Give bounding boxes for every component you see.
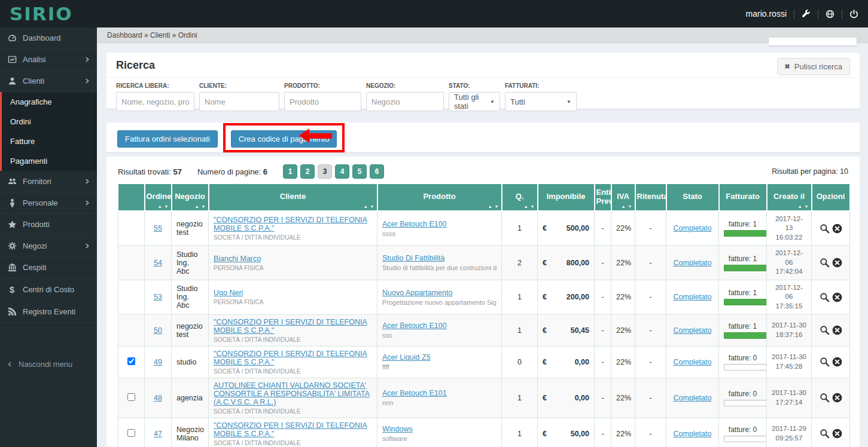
wrench-icon[interactable] — [802, 10, 811, 19]
row-checkbox[interactable] — [127, 393, 135, 401]
stato-select[interactable]: Tutti gli stati▼ — [449, 92, 500, 111]
client-link[interactable]: "CONSORZIO PER I SERVIZI DI TELEFONIA MO… — [214, 318, 367, 335]
sort-arrows-icon[interactable]: ▲ ▼ — [798, 204, 809, 209]
order-link[interactable]: 48 — [154, 394, 162, 402]
status-link[interactable]: Completato — [674, 394, 712, 402]
quantity: 1 — [502, 211, 538, 246]
sidebar-item-dashboard[interactable]: Dashboard — [0, 27, 97, 49]
delete-order-icon[interactable] — [832, 258, 842, 268]
delete-order-icon[interactable] — [832, 223, 842, 234]
view-order-icon[interactable] — [820, 325, 830, 335]
product-link[interactable]: Nuovo Appartamento — [382, 289, 452, 297]
col-header-negozio[interactable]: Negozio▲ ▼ — [172, 184, 209, 211]
sort-arrows-icon[interactable]: ▲ ▼ — [195, 204, 206, 209]
sidebar-item-negozi[interactable]: Negozi — [0, 235, 97, 257]
row-checkbox[interactable] — [127, 429, 135, 437]
page-button-4[interactable]: 4 — [335, 164, 349, 179]
status-link[interactable]: Completato — [674, 224, 712, 232]
created-at: 2017-11-3017:45:28 — [767, 346, 812, 378]
product-link[interactable]: Acer Liquid Z5 — [382, 353, 431, 362]
col-header-prodotto[interactable]: Prodotto▲ ▼ — [377, 184, 502, 211]
prodotto-input[interactable] — [284, 92, 361, 111]
field-label: FATTURATI: — [505, 82, 577, 89]
sort-arrows-icon[interactable]: ▲ ▼ — [488, 204, 500, 209]
status-link[interactable]: Completato — [674, 430, 712, 438]
client-link[interactable]: AUTOLINEE CHIANTI VALDARNO SOCIETA' CONS… — [214, 381, 370, 406]
client-link[interactable]: Bianchi Marco — [214, 255, 261, 263]
product-link[interactable]: Acer Betouch E101 — [382, 389, 447, 397]
client-link[interactable]: "CONSORZIO PER I SERVIZI DI TELEFONIA MO… — [214, 216, 367, 232]
order-link[interactable]: 47 — [154, 430, 162, 438]
sidebar-subitem-pagamenti[interactable]: Pagamenti — [2, 151, 97, 171]
sort-arrows-icon[interactable]: ▲ ▼ — [364, 204, 375, 209]
order-link[interactable]: 49 — [154, 358, 162, 366]
create-payment-code-button[interactable]: Crea codice di pagamento — [231, 130, 337, 148]
status-link[interactable]: Completato — [674, 358, 712, 366]
delete-order-icon[interactable] — [832, 292, 842, 302]
status-link[interactable]: Completato — [674, 259, 712, 267]
view-order-icon[interactable] — [820, 223, 830, 234]
delete-order-icon[interactable] — [832, 325, 842, 335]
client-link[interactable]: Ugo Neri — [214, 289, 243, 297]
sidebar-item-fornitori[interactable]: Fornitori — [0, 171, 97, 192]
sidebar-subitem-ordini[interactable]: Ordini — [2, 112, 97, 131]
collapse-menu-button[interactable]: Nascondi menu — [0, 354, 97, 375]
product-link[interactable]: Acer Betouch E100 — [382, 322, 447, 330]
view-order-icon[interactable] — [820, 292, 830, 302]
ricerca-libera-input[interactable] — [116, 92, 194, 111]
sidebar-item-cespiti[interactable]: Cespiti — [0, 257, 97, 278]
sidebar-item-prodotti[interactable]: Prodotti — [0, 214, 97, 235]
view-order-icon[interactable] — [820, 428, 830, 439]
product-link[interactable]: Studio Di Fattibilità — [382, 254, 444, 262]
cliente-input[interactable] — [199, 92, 279, 111]
view-order-icon[interactable] — [820, 393, 830, 403]
sidebar-item-clienti[interactable]: Clienti — [0, 71, 97, 92]
status-link[interactable]: Completato — [674, 293, 712, 301]
col-header-cliente[interactable]: Cliente▲ ▼ — [209, 184, 377, 211]
col-header-fatturato: Fatturato — [719, 184, 767, 211]
page-button-6[interactable]: 6 — [370, 164, 384, 179]
sidebar-item-personale[interactable]: Personale — [0, 192, 97, 214]
sidebar-item-registro-eventi[interactable]: Registro Eventi — [0, 301, 97, 323]
app-logo[interactable]: SIRIO — [0, 0, 97, 27]
globe-icon[interactable] — [826, 10, 835, 19]
product-link[interactable]: Acer Betouch E100 — [382, 220, 447, 228]
status-link[interactable]: Completato — [674, 326, 712, 335]
fatturati-select[interactable]: Tutti▼ — [505, 92, 577, 111]
sidebar-item-analisi[interactable]: Analisi — [0, 49, 97, 71]
negozio-input[interactable] — [366, 92, 444, 111]
view-order-icon[interactable] — [820, 258, 830, 268]
clear-search-button[interactable]: ✖ Pulisci ricerca — [777, 58, 850, 75]
invoice-selected-orders-button[interactable]: Fattura ordini selezionati — [117, 130, 218, 148]
sort-arrows-icon[interactable]: ▲ ▼ — [524, 204, 535, 209]
col-header-creato-il[interactable]: Creato il▲ ▼ — [767, 184, 812, 211]
username[interactable]: mario.rossi — [746, 9, 787, 19]
order-link[interactable]: 54 — [154, 259, 162, 267]
delete-order-icon[interactable] — [832, 357, 842, 367]
page-button-1[interactable]: 1 — [283, 164, 297, 179]
order-link[interactable]: 50 — [154, 326, 162, 335]
page-button-3[interactable]: 3 — [318, 164, 332, 179]
page-button-5[interactable]: 5 — [352, 164, 367, 179]
delete-order-icon[interactable] — [832, 393, 842, 403]
sidebar-subitem-anagrafiche[interactable]: Anagrafiche — [2, 92, 97, 112]
client-link[interactable]: "CONSORZIO PER I SERVIZI DI TELEFONIA MO… — [214, 421, 367, 438]
product-link[interactable]: Windows — [382, 425, 413, 433]
page-button-2[interactable]: 2 — [300, 164, 315, 179]
sort-arrows-icon[interactable]: ▲ ▼ — [622, 204, 633, 209]
client-type: PERSONA FISICA — [214, 299, 372, 305]
col-header-q[interactable]: Q.▲ ▼ — [502, 184, 538, 211]
row-checkbox[interactable] — [127, 357, 135, 365]
order-link[interactable]: 53 — [154, 293, 162, 301]
sidebar-subitem-fatture[interactable]: Fatture — [2, 131, 97, 151]
power-icon[interactable] — [849, 10, 858, 19]
view-order-icon[interactable] — [820, 357, 830, 367]
delete-order-icon[interactable] — [832, 428, 842, 439]
sidebar-item-centri-di-costo[interactable]: $Centri di Costo — [0, 278, 97, 301]
withholding: - — [635, 314, 666, 346]
col-header-ordine[interactable]: Ordine▲ ▼ — [145, 184, 172, 211]
sort-arrows-icon[interactable]: ▲ ▼ — [158, 204, 169, 209]
client-link[interactable]: "CONSORZIO PER I SERVIZI DI TELEFONIA MO… — [214, 350, 367, 366]
order-link[interactable]: 55 — [154, 224, 162, 232]
col-header-iva[interactable]: IVA▲ ▼ — [611, 184, 635, 211]
